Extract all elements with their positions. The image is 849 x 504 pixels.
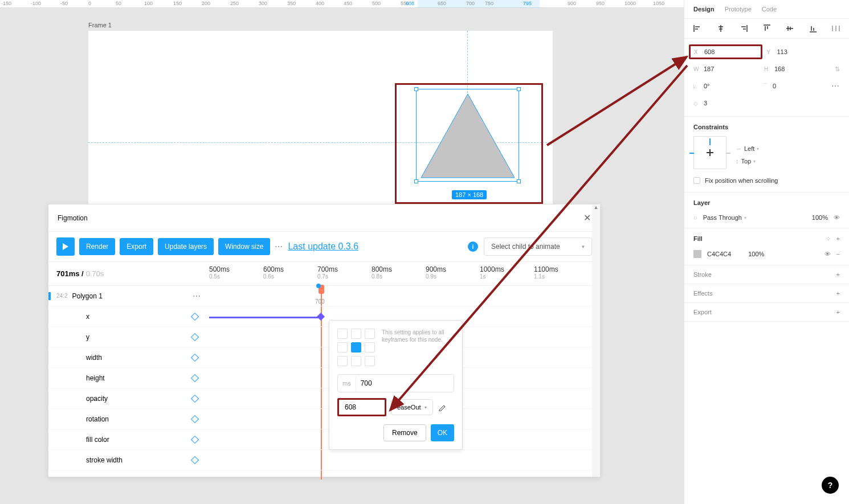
- fix-position-checkbox[interactable]: [693, 177, 700, 184]
- tab-prototype[interactable]: Prototype: [725, 6, 752, 13]
- remove-fill-icon[interactable]: −: [836, 251, 840, 257]
- property-row-height[interactable]: height: [48, 368, 600, 388]
- ruler-tick: -150: [1, 1, 11, 6]
- resize-handle-tr[interactable]: [517, 87, 521, 91]
- prop-label: y: [86, 333, 201, 341]
- align-v-center-icon[interactable]: [786, 24, 794, 32]
- add-fill-icon[interactable]: +: [836, 235, 840, 243]
- x-value[interactable]: 608: [704, 48, 715, 55]
- anchor-mc[interactable]: [351, 342, 361, 353]
- anchor-tl[interactable]: [337, 329, 348, 339]
- blend-mode-dropdown[interactable]: Pass Through ▾: [703, 214, 746, 221]
- triangle-shape[interactable]: [417, 89, 520, 182]
- remove-keyframe-button[interactable]: Remove: [383, 424, 426, 441]
- easing-dropdown[interactable]: easeOut ▾: [391, 399, 433, 415]
- timeline-ruler[interactable]: 500ms0.5s 600ms0.6s 700ms0.7s 800ms0.8s …: [209, 262, 600, 285]
- play-button[interactable]: [56, 237, 75, 256]
- fill-opacity[interactable]: 100%: [748, 251, 764, 257]
- keyframe-time-input[interactable]: [356, 375, 454, 392]
- svg-marker-1: [63, 243, 68, 250]
- y-value[interactable]: 113: [777, 48, 787, 55]
- last-update-link[interactable]: Last update 0.3.6: [288, 241, 358, 252]
- distribute-icon[interactable]: [832, 24, 840, 32]
- layer-more-icon[interactable]: ⋯: [193, 292, 201, 301]
- link-dimensions-icon[interactable]: ⇅: [835, 65, 840, 73]
- add-export-icon[interactable]: +: [836, 309, 840, 315]
- current-time-sec: 0.70s: [86, 269, 104, 278]
- prop-label: fill color: [86, 436, 201, 444]
- ok-button[interactable]: OK: [431, 424, 454, 441]
- rotation-value[interactable]: 0°: [704, 83, 710, 89]
- property-row-width[interactable]: width: [48, 347, 600, 368]
- close-plugin-icon[interactable]: ✕: [583, 212, 591, 223]
- constraint-v-dropdown[interactable]: ↕ Top ▾: [736, 158, 759, 165]
- update-layers-button[interactable]: Update layers: [158, 238, 214, 255]
- window-size-button[interactable]: Window size: [218, 238, 270, 255]
- help-button[interactable]: ?: [822, 477, 839, 494]
- layer-title: Layer: [693, 197, 840, 208]
- info-icon[interactable]: i: [468, 241, 478, 252]
- resize-handle-bl[interactable]: [414, 179, 418, 183]
- anchor-br[interactable]: [365, 356, 375, 366]
- prop-label: height: [86, 374, 201, 382]
- add-effect-icon[interactable]: +: [836, 290, 840, 297]
- property-row-stroke-width[interactable]: stroke width: [48, 450, 600, 470]
- more-actions-icon[interactable]: ⋯: [275, 242, 283, 251]
- property-row-y[interactable]: y: [48, 327, 600, 347]
- export-button[interactable]: Export: [120, 238, 153, 255]
- align-left-icon[interactable]: [693, 24, 701, 32]
- fill-style-icon[interactable]: ⁘: [826, 235, 831, 243]
- blend-mode-value: Pass Through: [703, 214, 742, 221]
- align-right-icon[interactable]: [740, 24, 748, 32]
- blend-icon: ○: [693, 214, 697, 221]
- property-row-opacity[interactable]: opacity: [48, 388, 600, 409]
- layer-opacity[interactable]: 100%: [812, 214, 828, 221]
- keyframe-track[interactable]: [209, 317, 321, 318]
- angle-icon: ⟀: [693, 83, 700, 89]
- anchor-mr[interactable]: [365, 342, 375, 353]
- more-geometry-icon[interactable]: ⋯: [831, 81, 840, 91]
- resize-handle-tl[interactable]: [414, 87, 418, 91]
- anchor-ml[interactable]: [337, 342, 348, 353]
- tl-tick-ms: 900ms: [426, 265, 446, 273]
- anchor-bl[interactable]: [337, 356, 348, 366]
- property-row-fill-color[interactable]: fill color: [48, 429, 600, 450]
- sides-value[interactable]: 3: [704, 100, 707, 106]
- fill-swatch[interactable]: [693, 250, 701, 258]
- align-bottom-icon[interactable]: [809, 24, 817, 32]
- property-row-rotation[interactable]: rotation: [48, 409, 600, 429]
- align-top-icon[interactable]: [763, 24, 771, 32]
- w-value[interactable]: 187: [704, 65, 714, 72]
- anchor-tr[interactable]: [365, 329, 375, 339]
- property-row-x[interactable]: x 700: [48, 306, 600, 327]
- geometry-section: X 608 Y 113 W 187 H 168 ⇅ ⟀ 0°: [684, 39, 849, 117]
- tab-design[interactable]: Design: [693, 6, 715, 13]
- keyframe-diamond[interactable]: [317, 312, 325, 320]
- tl-tick-s: 1s: [480, 273, 504, 280]
- render-button[interactable]: Render: [79, 238, 115, 255]
- keyframe-value-input[interactable]: 608: [337, 398, 386, 416]
- constraint-h-label: Left: [744, 145, 754, 152]
- select-child-dropdown[interactable]: Select child to animate ▾: [484, 237, 592, 256]
- anchor-bc[interactable]: [351, 356, 361, 366]
- align-h-center-icon[interactable]: [717, 24, 725, 32]
- anchor-tc[interactable]: [351, 329, 361, 339]
- constraint-h-dropdown[interactable]: ↔ Left ▾: [736, 145, 759, 152]
- fill-hex[interactable]: C4C4C4: [707, 251, 731, 257]
- ruler-tick: 450: [344, 1, 352, 6]
- visibility-eye-icon[interactable]: 👁: [834, 214, 840, 221]
- edit-easing-icon[interactable]: [438, 403, 447, 412]
- keyframe-time-label: 700: [315, 298, 325, 305]
- tab-code[interactable]: Code: [762, 6, 777, 13]
- radius-value[interactable]: 0: [773, 83, 776, 89]
- resize-handle-br[interactable]: [517, 179, 521, 183]
- radius-icon: ⌒: [762, 82, 769, 90]
- selected-shape-bounds[interactable]: [416, 89, 519, 182]
- constraint-grid[interactable]: [693, 136, 726, 169]
- add-stroke-icon[interactable]: +: [836, 271, 840, 278]
- fill-visibility-icon[interactable]: 👁: [824, 251, 831, 257]
- frame-label[interactable]: Frame 1: [88, 22, 112, 28]
- tl-tick-ms: 1100ms: [534, 265, 558, 273]
- h-value[interactable]: 168: [774, 65, 785, 72]
- ruler-tick: -50: [60, 1, 68, 6]
